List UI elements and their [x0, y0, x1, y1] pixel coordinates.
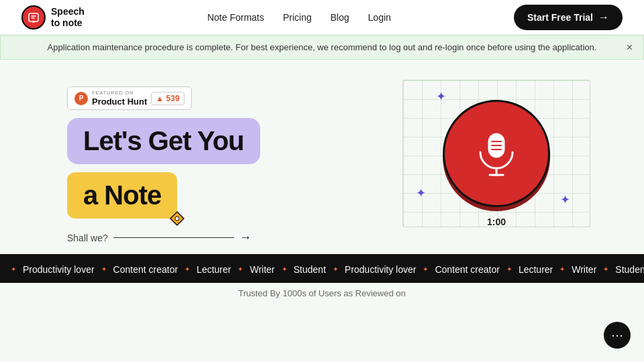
nav-pricing[interactable]: Pricing	[283, 12, 312, 23]
nav-links: Note Formats Pricing Blog Login	[207, 12, 391, 23]
logo-svg	[27, 11, 40, 24]
brand-name: Speech to note	[51, 6, 85, 29]
ticker-banner: ✦ Productivity lover ✦ Content creator ✦…	[0, 254, 644, 283]
ticker-item: ✦ Productivity lover ✦ Content creator ✦…	[0, 264, 644, 275]
cta-divider	[113, 237, 234, 238]
svg-point-1	[175, 217, 179, 221]
sparkle-top-icon: ✦	[436, 89, 446, 104]
record-button[interactable]	[443, 100, 550, 207]
ph-upvote[interactable]: ▲ 539	[151, 92, 184, 105]
tag-icon	[168, 209, 186, 228]
cta-text: Shall we?	[67, 233, 108, 243]
hero-section: P FEATURED ON Product Hunt ▲ 539 Let's G…	[0, 60, 644, 254]
hero-heading-1: Let's Get You	[67, 118, 260, 164]
banner-close-button[interactable]: ×	[627, 42, 633, 54]
ticker-track: ✦ Productivity lover ✦ Content creator ✦…	[0, 264, 644, 275]
navbar: Speech to note Note Formats Pricing Blog…	[0, 0, 644, 35]
svg-rect-0	[29, 13, 38, 21]
maintenance-banner: Application maintenance procedure is com…	[0, 35, 644, 60]
ph-logo-icon: P	[74, 92, 88, 105]
nav-blog[interactable]: Blog	[331, 12, 350, 23]
sparkle-bottom-right-icon: ✦	[560, 192, 570, 207]
recording-time: 1:00	[487, 217, 506, 227]
logo[interactable]: Speech to note	[21, 5, 85, 29]
dots-icon: ⋯	[611, 328, 624, 343]
banner-message: Application maintenance procedure is com…	[48, 42, 597, 52]
product-hunt-badge[interactable]: P FEATURED ON Product Hunt ▲ 539	[67, 86, 192, 110]
hero-heading-2: a Note	[67, 172, 177, 219]
logo-icon	[21, 5, 46, 29]
microphone-icon	[470, 127, 523, 180]
hero-right: ✦ ✦ ✦ 1:00	[402, 80, 590, 227]
nav-login[interactable]: Login	[368, 12, 391, 23]
bottom-trust-text: Trusted By 1000s of Users as Reviewed on	[0, 283, 644, 298]
sparkle-bottom-left-icon: ✦	[416, 186, 426, 200]
hero-left: P FEATURED ON Product Hunt ▲ 539 Let's G…	[67, 80, 260, 245]
ph-text: FEATURED ON Product Hunt	[92, 90, 147, 107]
cta-arrow-icon: →	[239, 231, 252, 245]
arrow-icon: →	[598, 11, 609, 23]
start-trial-button[interactable]: Start Free Trial →	[514, 5, 623, 30]
hero-cta: Shall we? →	[67, 231, 260, 245]
nav-note-formats[interactable]: Note Formats	[207, 12, 264, 23]
float-action-button[interactable]: ⋯	[604, 322, 631, 349]
